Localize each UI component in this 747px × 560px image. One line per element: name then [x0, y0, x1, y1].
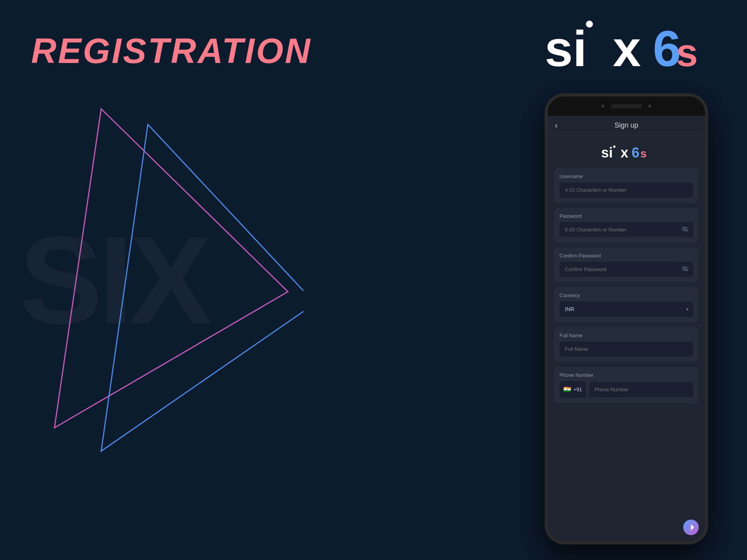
form-logo: si x 6 s [548, 135, 705, 168]
svg-point-17 [613, 145, 615, 148]
confirm-password-wrapper [559, 262, 693, 277]
password-label: Password [559, 213, 693, 219]
country-flag: 🇮🇳 [563, 386, 571, 393]
triangles-decoration [23, 78, 303, 506]
notch-dot-right [648, 105, 651, 108]
screen-title: Sign up [614, 121, 638, 130]
svg-marker-0 [54, 109, 288, 428]
logo-area: si x 6 s [545, 16, 700, 79]
svg-marker-1 [101, 124, 303, 451]
phone-mockup: ‹ Sign up si x 6 s Username Password [545, 93, 708, 544]
app-header: ‹ Sign up [548, 116, 705, 135]
next-button[interactable] [683, 520, 699, 535]
notch-dot-left [601, 105, 605, 108]
fullname-label: Full Name [559, 332, 693, 338]
confirm-password-input[interactable] [559, 262, 693, 277]
svg-line-7 [101, 124, 148, 451]
fullname-section: Full Name [554, 327, 699, 362]
phone-screen: ‹ Sign up si x 6 s Username Password [548, 116, 705, 541]
phone-number-section: Phone Number 🇮🇳 +91 [554, 367, 699, 403]
svg-text:x: x [613, 20, 641, 77]
currency-section: Currency INR USD BDT ▾ [554, 287, 699, 322]
username-input[interactable] [559, 182, 693, 198]
confirm-password-label: Confirm Password [559, 253, 693, 259]
fullname-input[interactable] [559, 341, 693, 357]
svg-line-6 [101, 303, 303, 451]
svg-text:x: x [621, 145, 628, 161]
svg-text:si: si [545, 20, 587, 77]
svg-line-2 [101, 109, 288, 292]
confirm-password-toggle-icon[interactable] [682, 266, 689, 273]
svg-point-12 [586, 21, 593, 28]
svg-text:si: si [601, 145, 613, 161]
currency-select-wrapper: INR USD BDT ▾ [559, 301, 693, 317]
password-wrapper [559, 222, 693, 237]
svg-line-4 [54, 109, 101, 428]
country-code-selector[interactable]: 🇮🇳 +91 [559, 381, 586, 398]
svg-text:s: s [676, 31, 698, 74]
svg-line-5 [148, 124, 303, 303]
country-code-text: +91 [573, 387, 582, 392]
back-button[interactable]: ‹ [555, 121, 558, 131]
currency-label: Currency [559, 292, 693, 298]
phone-input-row: 🇮🇳 +91 [559, 381, 693, 398]
password-input[interactable] [559, 222, 693, 237]
username-section: Username [554, 168, 699, 203]
phone-notch [548, 96, 705, 116]
password-section: Password [554, 208, 699, 243]
svg-text:6: 6 [632, 145, 640, 161]
svg-text:s: s [640, 147, 647, 160]
svg-line-3 [54, 292, 288, 428]
phone-number-input[interactable] [589, 382, 693, 397]
username-label: Username [559, 173, 693, 179]
registration-title: REGISTRATION [31, 31, 312, 71]
notch-speaker [611, 104, 642, 108]
currency-select[interactable]: INR USD BDT [559, 301, 693, 317]
password-toggle-icon[interactable] [682, 226, 689, 233]
phone-number-label: Phone Number [559, 372, 693, 378]
signup-form: Username Password [548, 168, 705, 518]
confirm-password-section: Confirm Password [554, 247, 699, 282]
